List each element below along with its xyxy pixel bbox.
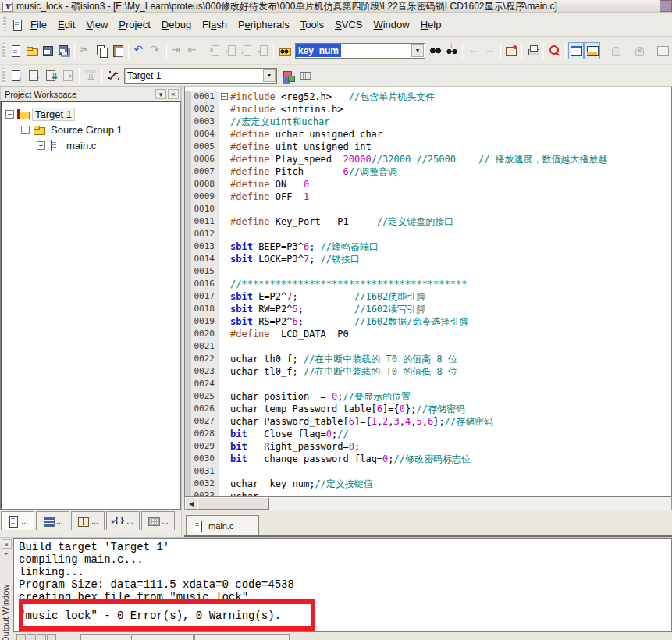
target-select-combo[interactable]: Target 1▼ xyxy=(124,68,277,84)
toolbar-separator xyxy=(166,43,167,59)
output-tab-find-in-files[interactable] xyxy=(194,634,290,640)
rebuild-all-button[interactable] xyxy=(42,67,59,84)
menu-item-peripherals[interactable]: Peripherals xyxy=(233,16,295,33)
toolbar-separator xyxy=(79,68,80,84)
output-expand-icon[interactable]: ▸ xyxy=(2,549,12,557)
configure-flash-tools-button[interactable] xyxy=(297,67,314,84)
toolbar-grip[interactable] xyxy=(2,68,5,84)
workspace-close-button[interactable]: × xyxy=(168,89,179,99)
code-line: 0026uchar temp_Password_table[6]={0};//存… xyxy=(185,403,671,415)
bookmark-prev-button xyxy=(222,42,239,59)
workspace-tabs: ............... xyxy=(0,510,181,537)
open-file-button[interactable] xyxy=(23,42,40,59)
copy-button[interactable] xyxy=(94,42,110,59)
editor-horizontal-scrollbar[interactable]: ◀ xyxy=(184,496,672,510)
mdi-document-icon[interactable] xyxy=(11,19,23,31)
line-number: 0018 xyxy=(191,303,219,315)
save-file-button[interactable] xyxy=(40,42,56,59)
menu-item-window[interactable]: Window xyxy=(368,16,414,33)
selection-margin xyxy=(185,340,191,353)
functions-tab[interactable]: ... xyxy=(106,511,140,530)
selection-margin xyxy=(185,315,191,328)
find-in-files-button[interactable] xyxy=(276,42,293,59)
books-tab[interactable]: ... xyxy=(71,511,105,530)
scroll-left-button[interactable]: ◀ xyxy=(185,497,197,510)
menu-item-flash[interactable]: Flash xyxy=(197,16,233,33)
regs-tab[interactable]: ... xyxy=(36,511,69,530)
print-icon xyxy=(527,44,539,57)
rebuild-all-icon xyxy=(44,69,57,82)
fold-margin xyxy=(219,415,230,428)
scrollbar-thumb[interactable] xyxy=(197,497,269,510)
selection-margin xyxy=(185,353,191,365)
line-number: 0021 xyxy=(191,340,219,353)
output-tab-command[interactable] xyxy=(131,634,194,640)
manage-components-button[interactable] xyxy=(279,67,297,84)
menu-item-view[interactable]: View xyxy=(80,16,113,33)
fold-collapse-icon[interactable]: − xyxy=(221,93,228,100)
fold-margin xyxy=(219,428,230,440)
toolbar-grip[interactable] xyxy=(2,43,5,59)
books-window-button[interactable] xyxy=(503,42,520,59)
menu-item-debug[interactable]: Debug xyxy=(156,16,197,33)
line-number: 0028 xyxy=(191,428,219,440)
code-line: 0022uchar th0_f; //在中断中装载的 T0 的值高 8 位 xyxy=(185,353,671,365)
combo-dropdown-arrow[interactable]: ▼ xyxy=(411,44,424,57)
project-workspace-toggle-button[interactable] xyxy=(568,42,585,59)
menu-item-tools[interactable]: Tools xyxy=(295,16,329,33)
tree-item-main-c[interactable]: +main.c xyxy=(2,137,179,153)
book-icon xyxy=(77,515,90,528)
find-combo[interactable]: key_num▼ xyxy=(295,43,425,59)
build-output-log[interactable]: Build target 'Target 1'compiling main.c.… xyxy=(13,538,672,632)
code-text xyxy=(230,340,671,353)
menu-item-svcs[interactable]: SVCS xyxy=(329,16,368,33)
menu-bar: FileEditViewProjectDebugFlashPeripherals… xyxy=(0,13,672,37)
regs-tab-label: ... xyxy=(56,517,62,525)
fold-margin xyxy=(219,253,230,265)
fold-margin xyxy=(219,116,230,128)
expand-icon[interactable]: + xyxy=(37,141,45,150)
collapse-icon[interactable]: − xyxy=(5,110,14,119)
project-workspace-header: Project Workspace ▾ × xyxy=(0,87,181,101)
editor-tab-label: main.c xyxy=(208,521,233,531)
options-for-target-button[interactable] xyxy=(105,67,122,84)
menu-item-edit[interactable]: Edit xyxy=(52,16,80,33)
tree-item-source-group-1[interactable]: −Source Group 1 xyxy=(2,122,179,137)
menu-item-project[interactable]: Project xyxy=(113,16,155,33)
menubar-grip[interactable] xyxy=(3,17,6,33)
menu-item-file[interactable]: File xyxy=(25,16,52,33)
selection-margin xyxy=(185,228,191,240)
incremental-find-button[interactable] xyxy=(444,42,460,59)
output-close-button[interactable]: × xyxy=(2,539,12,549)
code-editor[interactable]: 0001−#include <reg52.h> //包含单片机头文件0002#i… xyxy=(184,87,672,496)
tab-main-c[interactable]: main.c xyxy=(186,515,259,535)
translate-file-button[interactable] xyxy=(8,67,25,84)
print-button[interactable] xyxy=(524,42,541,59)
combo-dropdown-arrow[interactable]: ▼ xyxy=(263,69,276,82)
new-file-button[interactable] xyxy=(8,42,24,59)
menu-item-help[interactable]: Help xyxy=(415,16,447,33)
line-number: 0003 xyxy=(191,116,219,128)
line-number: 0004 xyxy=(191,128,219,140)
build-target-button[interactable] xyxy=(25,67,42,84)
project-tree[interactable]: −Target 1−Source Group 1+main.c xyxy=(0,101,181,510)
line-number: 0019 xyxy=(191,315,219,328)
workspace-menu-button[interactable]: ▾ xyxy=(155,89,166,99)
selection-margin xyxy=(185,328,191,340)
window-controls-partial[interactable] xyxy=(660,0,672,12)
find-next-button[interactable] xyxy=(428,42,444,59)
download-load-button xyxy=(82,67,99,84)
collapse-icon[interactable]: − xyxy=(21,126,30,134)
paste-button[interactable] xyxy=(110,42,126,59)
output-window-toggle-button[interactable] xyxy=(584,42,600,59)
code-text: //宏定义uint和uchar xyxy=(230,116,671,128)
output-tab-scroll-buttons[interactable] xyxy=(16,634,56,640)
source-browser-button[interactable] xyxy=(546,42,563,59)
undo-button[interactable] xyxy=(131,42,148,59)
line-number: 0008 xyxy=(191,178,219,190)
save-all-button[interactable] xyxy=(56,42,73,59)
output-tab-build[interactable] xyxy=(80,634,130,640)
files-tab[interactable]: ... xyxy=(1,511,34,530)
templates-tab[interactable]: ... xyxy=(141,511,175,530)
tree-item-target-1[interactable]: −Target 1 xyxy=(2,106,179,122)
